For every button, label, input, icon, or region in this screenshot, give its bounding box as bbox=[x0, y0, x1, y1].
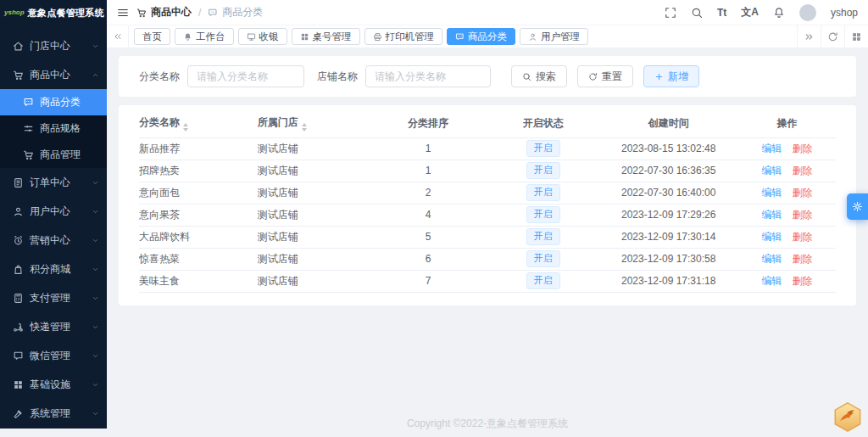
search-icon[interactable] bbox=[691, 7, 703, 19]
chevron-down-icon bbox=[92, 352, 99, 360]
sidebar-item-wechat-mgmt[interactable]: 微信管理 bbox=[0, 341, 107, 370]
sidebar-item-product-manage[interactable]: 商品管理 bbox=[0, 142, 107, 168]
table-row: 惊喜热菜 测试店铺 6 开启 2023-12-09 17:30:58 编辑删除 bbox=[139, 248, 836, 270]
cell-category-name: 意向果茶 bbox=[139, 204, 258, 226]
status-badge: 开启 bbox=[526, 250, 560, 267]
store-name-input[interactable] bbox=[365, 65, 491, 87]
edit-link[interactable]: 编辑 bbox=[761, 275, 782, 287]
chevron-down-icon bbox=[92, 179, 99, 187]
sidebar-item-store-center[interactable]: 门店中心 bbox=[0, 31, 107, 60]
delete-link[interactable]: 删除 bbox=[792, 253, 812, 265]
column-header: 开启状态 bbox=[487, 109, 599, 137]
delete-link[interactable]: 删除 bbox=[792, 143, 812, 154]
user-icon bbox=[528, 32, 537, 42]
column-header: 分类名称 bbox=[139, 109, 258, 137]
settings-fab[interactable] bbox=[847, 193, 868, 220]
breadcrumb-current: 商品分类 bbox=[222, 5, 263, 20]
sidebar-item-product-category[interactable]: 商品分类 bbox=[0, 89, 107, 115]
breadcrumb-separator: / bbox=[198, 7, 201, 19]
cell-actions: 编辑删除 bbox=[738, 137, 836, 160]
cell-category-name: 美味主食 bbox=[139, 270, 258, 292]
reset-button[interactable]: 重置 bbox=[577, 65, 633, 87]
sidebar: yshop 意象点餐管理系统 门店中心 商品中心 商品分类 商品规格 商品管理 … bbox=[0, 0, 107, 429]
bell-icon[interactable] bbox=[773, 7, 785, 19]
sidebar-item-points-mall[interactable]: 积分商城 bbox=[0, 255, 107, 283]
sidebar-item-system-mgmt[interactable]: 系统管理 bbox=[0, 399, 107, 428]
fullscreen-icon[interactable] bbox=[665, 7, 676, 19]
table-row: 意向面包 测试店铺 2 开启 2022-07-30 16:40:00 编辑删除 bbox=[139, 182, 836, 204]
cell-store: 测试店铺 bbox=[258, 204, 370, 226]
cell-created: 2023-12-09 17:29:26 bbox=[599, 204, 738, 226]
edit-link[interactable]: 编辑 bbox=[761, 143, 782, 154]
edit-link[interactable]: 编辑 bbox=[761, 165, 782, 176]
sidebar-item-infrastructure[interactable]: 基础设施 bbox=[0, 370, 107, 399]
cell-store: 测试店铺 bbox=[258, 226, 370, 248]
tab-table-mgmt[interactable]: 桌号管理 bbox=[292, 28, 360, 45]
hamburger-icon[interactable] bbox=[117, 7, 129, 19]
sidebar-item-express-mgmt[interactable]: 快递管理 bbox=[0, 312, 107, 341]
sidebar-item-user-center[interactable]: 用户中心 bbox=[0, 197, 107, 226]
edit-link[interactable]: 编辑 bbox=[761, 231, 782, 243]
bird-hexagon-watermark-icon bbox=[832, 401, 864, 435]
topbar-actions: Tt 文A yshop bbox=[665, 4, 858, 21]
table-row: 意向果茶 测试店铺 4 开启 2023-12-09 17:29:26 编辑删除 bbox=[139, 204, 836, 226]
tab-home[interactable]: 首页 bbox=[134, 28, 170, 45]
user-avatar[interactable] bbox=[799, 4, 816, 21]
font-size-icon[interactable]: Tt bbox=[717, 7, 726, 19]
table-row: 美味主食 测试店铺 7 开启 2023-12-09 17:31:18 编辑删除 bbox=[139, 270, 836, 292]
sidebar-item-payment-mgmt[interactable]: 支付管理 bbox=[0, 283, 107, 312]
category-name-input[interactable] bbox=[187, 65, 304, 87]
delete-link[interactable]: 删除 bbox=[792, 187, 812, 199]
chevron-down-icon bbox=[92, 237, 99, 244]
sidebar-item-product-spec[interactable]: 商品规格 bbox=[0, 115, 107, 142]
cell-actions: 编辑删除 bbox=[738, 182, 836, 204]
chevrons-right-icon[interactable] bbox=[797, 25, 821, 48]
bag-icon bbox=[13, 264, 24, 275]
table-row: 新品推荐 测试店铺 1 开启 2023-08-15 13:02:48 编辑删除 bbox=[139, 137, 836, 160]
user-icon bbox=[13, 206, 24, 217]
breadcrumb-parent[interactable]: 商品中心 bbox=[151, 5, 192, 20]
chevrons-left-icon[interactable] bbox=[107, 25, 129, 48]
tab-workbench[interactable]: 工作台 bbox=[175, 28, 234, 45]
cart-icon bbox=[136, 8, 147, 18]
status-badge: 开启 bbox=[526, 184, 560, 201]
cell-category-name: 惊喜热菜 bbox=[139, 248, 258, 270]
sidebar-item-product-center[interactable]: 商品中心 bbox=[0, 60, 107, 89]
topbar: 商品中心 / 商品分类 Tt 文A yshop bbox=[107, 0, 868, 25]
alarm-icon bbox=[13, 235, 24, 246]
add-button[interactable]: 新增 bbox=[643, 65, 699, 87]
cell-sort: 1 bbox=[369, 137, 487, 160]
sidebar-item-marketing-center[interactable]: 营销中心 bbox=[0, 226, 107, 255]
translate-icon[interactable]: 文A bbox=[741, 5, 759, 20]
sidebar-item-order-center[interactable]: 订单中心 bbox=[0, 168, 107, 197]
cell-sort: 6 bbox=[369, 248, 487, 270]
refresh-icon[interactable] bbox=[821, 25, 844, 48]
delete-link[interactable]: 删除 bbox=[792, 165, 812, 176]
cell-sort: 2 bbox=[369, 182, 487, 204]
edit-link[interactable]: 编辑 bbox=[761, 253, 782, 265]
username[interactable]: yshop bbox=[831, 7, 858, 19]
cell-actions: 编辑删除 bbox=[738, 248, 836, 270]
cell-created: 2023-12-09 17:30:58 bbox=[599, 248, 738, 270]
tab-printer-mgmt[interactable]: 打印机管理 bbox=[364, 28, 443, 45]
sort-caret[interactable] bbox=[183, 123, 188, 132]
grid-icon bbox=[13, 379, 24, 390]
tab-product-category[interactable]: 商品分类 bbox=[447, 28, 515, 45]
edit-link[interactable]: 编辑 bbox=[761, 209, 782, 221]
cell-category-name: 新品推荐 bbox=[139, 137, 258, 160]
sort-caret[interactable] bbox=[302, 123, 307, 132]
chevron-down-icon bbox=[92, 323, 99, 331]
status-badge: 开启 bbox=[526, 206, 560, 223]
search-button[interactable]: 搜索 bbox=[511, 65, 567, 87]
delete-link[interactable]: 删除 bbox=[792, 231, 812, 243]
layout-grid-icon[interactable] bbox=[844, 25, 868, 48]
delete-link[interactable]: 删除 bbox=[792, 275, 812, 287]
edit-link[interactable]: 编辑 bbox=[761, 187, 782, 199]
chevron-down-icon bbox=[92, 266, 99, 273]
app-title: 意象点餐管理系统 bbox=[28, 7, 104, 20]
tab-user-mgmt[interactable]: 用户管理 bbox=[520, 28, 588, 45]
calc-icon bbox=[13, 293, 24, 304]
delete-link[interactable]: 删除 bbox=[792, 209, 812, 221]
status-badge: 开启 bbox=[526, 140, 560, 157]
tab-cashier[interactable]: 收银 bbox=[238, 28, 287, 45]
